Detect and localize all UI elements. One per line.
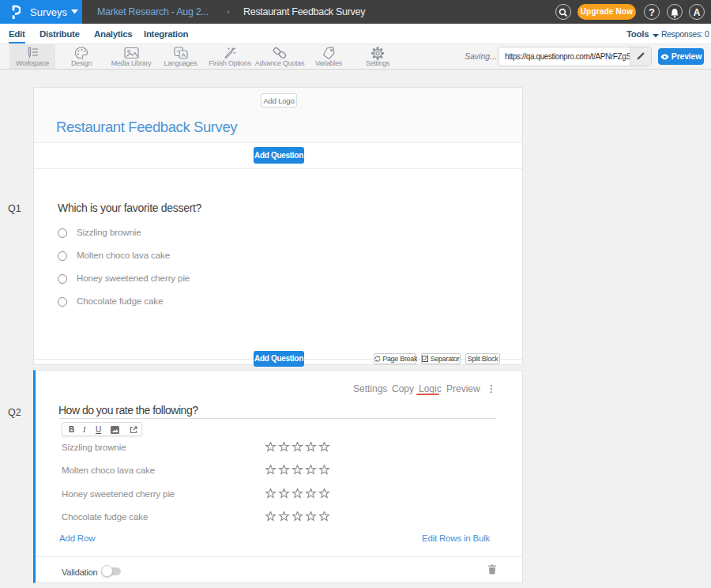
svg-text:*: * <box>176 48 179 55</box>
svg-text:A: A <box>181 51 186 58</box>
